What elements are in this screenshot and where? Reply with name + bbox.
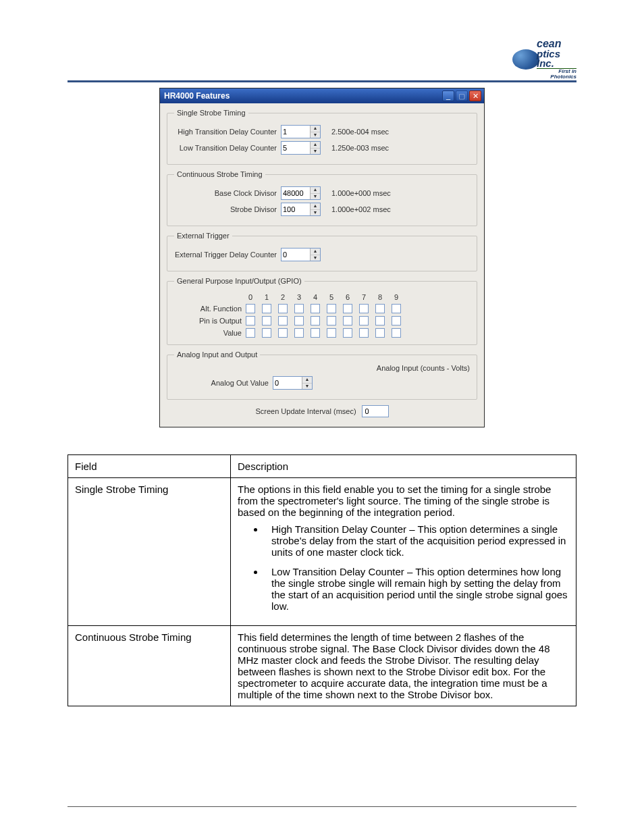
gpio-checkbox[interactable] (311, 328, 320, 338)
window-close-button[interactable]: ✕ (469, 90, 481, 101)
analog-out-spinner[interactable]: ▲▼ (273, 376, 313, 390)
gpio-checkbox[interactable] (262, 316, 271, 325)
gpio-checkbox[interactable] (327, 304, 336, 313)
gpio-col-header: 2 (278, 293, 288, 301)
hr4000-features-dialog: HR4000 Features _ ▢ ✕ Single Strobe Timi… (159, 88, 485, 427)
gpio-col-header: 4 (311, 293, 320, 301)
term-strobe-divisor: Strobe Divisor (408, 689, 471, 700)
gpio-checkbox[interactable] (262, 328, 271, 338)
gpio-checkbox[interactable] (246, 316, 255, 325)
gpio-checkbox[interactable] (392, 328, 401, 338)
gpio-col-header: 9 (392, 293, 401, 301)
gpio-checkbox[interactable] (343, 316, 352, 325)
gpio-checkbox[interactable] (392, 316, 401, 325)
gpio-checkbox[interactable] (294, 304, 304, 313)
spin-down-icon[interactable]: ▼ (311, 132, 320, 138)
gpio-checkbox[interactable] (311, 316, 320, 325)
base-clock-input[interactable] (281, 187, 310, 199)
dialog-titlebar[interactable]: HR4000 Features _ ▢ ✕ (160, 88, 484, 103)
update-interval-input[interactable] (362, 405, 389, 417)
base-clock-label: Base Clock Divisor (174, 189, 277, 197)
gpio-checkbox[interactable] (343, 328, 352, 338)
high-transition-input[interactable] (281, 126, 310, 138)
gpio-checkbox[interactable] (246, 304, 255, 313)
gpio-checkbox[interactable] (327, 316, 336, 325)
table-header-field: Field (68, 455, 231, 478)
low-transition-readout: 1.250e-003 msec (331, 144, 389, 152)
analog-input-label: Analog Input (counts - Volts) (174, 364, 470, 372)
table-row: Single Strobe Timing The options in this… (68, 478, 576, 626)
gpio-col-header: 7 (359, 293, 369, 301)
gpio-checkbox[interactable] (359, 304, 369, 313)
single-strobe-legend: Single Strobe Timing (174, 109, 248, 117)
external-trigger-spinner[interactable]: ▲▼ (281, 248, 321, 261)
low-transition-spinner[interactable]: ▲▼ (281, 141, 321, 155)
window-minimize-button[interactable]: _ (442, 90, 454, 101)
gpio-checkbox[interactable] (278, 316, 288, 325)
field-name: Continuous Strobe Timing (68, 626, 231, 706)
external-trigger-label: External Trigger Delay Counter (174, 251, 277, 259)
spin-up-icon[interactable]: ▲ (311, 203, 320, 210)
gpio-checkbox[interactable] (359, 328, 369, 338)
gpio-checkbox[interactable] (375, 328, 385, 338)
term-strobe-divisor: Strobe Divisor (385, 654, 448, 666)
gpio-checkbox[interactable] (327, 328, 336, 338)
spin-down-icon[interactable]: ▼ (311, 149, 320, 155)
gpio-col-header: 5 (327, 293, 336, 301)
gpio-checkbox[interactable] (375, 316, 385, 325)
gpio-checkbox[interactable] (392, 304, 401, 313)
term-base-clock-divisor: Base Clock Divisor (373, 643, 458, 654)
low-transition-input[interactable] (281, 142, 310, 154)
spin-down-icon[interactable]: ▼ (311, 210, 320, 216)
footer-rule (68, 806, 576, 807)
strobe-divisor-label: Strobe Divisor (174, 205, 277, 213)
high-transition-label: High Transition Delay Counter (174, 128, 277, 136)
table-row: Continuous Strobe Timing This field dete… (68, 626, 576, 706)
strobe-divisor-spinner[interactable]: ▲▼ (281, 203, 321, 216)
gpio-checkbox[interactable] (294, 316, 304, 325)
spin-up-icon[interactable]: ▲ (302, 377, 312, 384)
header-rule (68, 80, 576, 82)
base-clock-spinner[interactable]: ▲▼ (281, 186, 321, 200)
gpio-checkbox[interactable] (311, 304, 320, 313)
gpio-checkbox[interactable] (278, 328, 288, 338)
gpio-checkbox[interactable] (294, 328, 304, 338)
gpio-legend: General Purpose Input/Output (GPIO) (174, 277, 304, 285)
update-interval-label: Screen Update Interval (msec) (255, 407, 356, 415)
logo-tagline: First in Photonics (537, 68, 576, 78)
gpio-col-header: 0 (246, 293, 255, 301)
external-trigger-group: External Trigger External Trigger Delay … (167, 232, 477, 271)
logo-text: cean ptics Inc. First in Photonics (537, 39, 576, 79)
spin-down-icon[interactable]: ▼ (311, 194, 320, 200)
gpio-checkbox[interactable] (359, 316, 369, 325)
gpio-group: General Purpose Input/Output (GPIO) 0123… (167, 277, 477, 345)
spin-up-icon[interactable]: ▲ (311, 249, 320, 255)
external-trigger-input[interactable] (281, 249, 310, 261)
gpio-checkbox[interactable] (246, 328, 255, 338)
field-desc: The options in this field enable you to … (231, 478, 576, 626)
gpio-row-label: Value (174, 329, 246, 337)
single-strobe-group: Single Strobe Timing High Transition Del… (167, 109, 477, 165)
spin-up-icon[interactable]: ▲ (311, 126, 320, 132)
spin-up-icon[interactable]: ▲ (311, 187, 320, 194)
high-transition-spinner[interactable]: ▲▼ (281, 125, 321, 138)
dialog-title: HR4000 Features (164, 91, 230, 101)
gpio-checkbox[interactable] (278, 304, 288, 313)
low-transition-label: Low Transition Delay Counter (174, 144, 277, 152)
gpio-checkbox[interactable] (343, 304, 352, 313)
spin-down-icon[interactable]: ▼ (311, 255, 320, 261)
window-maximize-button: ▢ (456, 90, 468, 101)
spin-down-icon[interactable]: ▼ (302, 384, 312, 390)
base-clock-readout: 1.000e+000 msec (331, 189, 391, 197)
gpio-col-header: 3 (294, 293, 304, 301)
gpio-row-label: Pin is Output (174, 317, 246, 325)
gpio-checkbox[interactable] (375, 304, 385, 313)
analog-out-input[interactable] (273, 377, 302, 389)
strobe-divisor-input[interactable] (281, 203, 310, 215)
field-description-table: Field Description Single Strobe Timing T… (68, 454, 576, 706)
spin-up-icon[interactable]: ▲ (311, 142, 320, 149)
gpio-checkbox[interactable] (262, 304, 271, 313)
external-trigger-legend: External Trigger (174, 232, 232, 240)
gpio-col-header: 6 (343, 293, 352, 301)
strobe-divisor-readout: 1.000e+002 msec (331, 205, 391, 213)
